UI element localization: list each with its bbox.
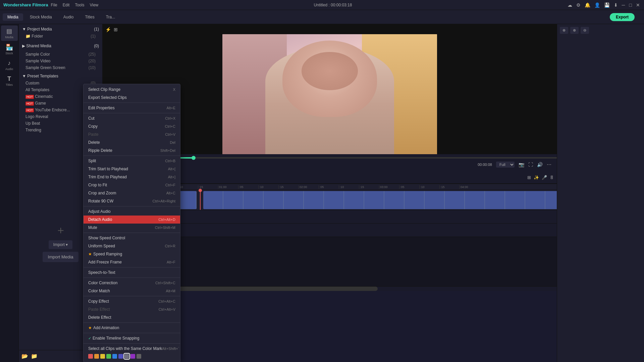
ruler-mark: :05 xyxy=(238,185,258,189)
cm-paste-effect[interactable]: Paste Effect Ctrl+Alt+V xyxy=(84,305,180,313)
cm-sep7 xyxy=(84,278,180,278)
import-button[interactable]: Import ▾ xyxy=(49,240,72,249)
zoom-in-button[interactable]: ⊕ xyxy=(570,27,579,34)
cm-select-clip-range[interactable]: Select Clip Range X xyxy=(84,85,180,94)
cm-uniform-speed[interactable]: Uniform Speed Ctrl+R xyxy=(84,242,180,250)
swatch-orange[interactable] xyxy=(94,354,99,359)
zoom-select[interactable]: Full 75% 50% 25% xyxy=(496,162,515,168)
folder-icon[interactable]: 📁 xyxy=(31,353,38,359)
cm-adjust-audio[interactable]: Adjust Audio xyxy=(84,207,180,216)
cm-speech-to-text[interactable]: Speech-to-Text xyxy=(84,268,180,277)
cm-select-clip-range-label: Select Clip Range xyxy=(88,87,120,92)
sample-video-item[interactable]: Sample Video (20) xyxy=(19,58,102,64)
notification-icon[interactable]: 🔔 xyxy=(585,2,590,8)
export-button[interactable]: Export xyxy=(610,13,635,21)
zoom-out-button[interactable]: ⊖ xyxy=(581,27,589,34)
titles-icon: T xyxy=(7,75,11,82)
cm-ripple-delete[interactable]: Ripple Delete Shift+Del xyxy=(84,146,180,155)
more-options-icon[interactable]: ⋯ xyxy=(547,162,551,167)
playhead[interactable] xyxy=(200,190,201,210)
maximize-button[interactable]: □ xyxy=(629,2,632,8)
cm-rotate-90[interactable]: Rotate 90 CW Ctrl+Alt+Right xyxy=(84,197,180,205)
add-track-button[interactable]: ⊞ xyxy=(527,175,531,180)
mic-button[interactable]: 🎤 xyxy=(542,175,547,180)
cm-crop-to-fit[interactable]: Crop to Fit Ctrl+F xyxy=(84,181,180,189)
cm-split[interactable]: Split Ctrl+B xyxy=(84,157,180,165)
fullscreen-icon[interactable]: ⛶ xyxy=(528,162,533,167)
download-icon[interactable]: ⬇ xyxy=(614,2,618,8)
nav-stock[interactable]: 🏪 Stock xyxy=(1,42,18,57)
save-icon[interactable]: 💾 xyxy=(604,2,610,8)
volume-icon[interactable]: 🔊 xyxy=(537,162,543,167)
cm-edit-properties[interactable]: Edit Properties Alt+E xyxy=(84,104,180,112)
menu-tools[interactable]: Tools xyxy=(75,3,84,7)
cm-add-freeze-frame[interactable]: Add Freeze Frame Alt+F xyxy=(84,258,180,266)
menu-file[interactable]: File xyxy=(51,3,57,7)
swatch-dark-gray[interactable] xyxy=(137,354,141,359)
ruler-mark: :05 xyxy=(319,185,339,189)
nav-audio[interactable]: ♪ Audio xyxy=(1,58,18,73)
settings-icon[interactable]: ⚙ xyxy=(576,2,581,8)
tab-media[interactable]: Media xyxy=(3,13,23,21)
cm-color-match[interactable]: Color Match Alt+M xyxy=(84,287,180,295)
ai-button[interactable]: ✨ xyxy=(534,175,539,180)
main-video-clip[interactable] xyxy=(203,191,557,209)
cm-show-speed-control[interactable]: Show Speed Control xyxy=(84,234,180,242)
cm-delete-effect[interactable]: Delete Effect xyxy=(84,313,180,321)
swatch-yellow[interactable] xyxy=(100,354,105,359)
menu-view[interactable]: View xyxy=(90,3,98,7)
cm-mute[interactable]: Mute Ctrl+Shift+M xyxy=(84,224,180,232)
tab-stock-media[interactable]: Stock Media xyxy=(25,13,57,21)
cm-color-correction[interactable]: Color Correction Ctrl+Shift+C xyxy=(84,279,180,287)
add-folder-icon[interactable]: 📂 xyxy=(21,353,28,359)
plus-icon: ＋ xyxy=(55,223,66,238)
swatch-gray[interactable] xyxy=(124,354,129,359)
scrubber-thumb[interactable] xyxy=(192,156,196,160)
tab-titles[interactable]: Titles xyxy=(80,13,99,21)
swatch-red[interactable] xyxy=(88,354,93,359)
tab-transitions[interactable]: Tra... xyxy=(101,13,120,21)
account-icon[interactable]: 👤 xyxy=(594,2,600,8)
section-shared-media[interactable]: ▶ Shared Media (0) xyxy=(19,42,102,50)
section-preset-templates[interactable]: ▼ Preset Templates xyxy=(19,72,102,80)
grid-icon[interactable]: ⊞ xyxy=(114,27,118,32)
minimize-button[interactable]: ─ xyxy=(622,2,625,8)
swatch-blue[interactable] xyxy=(112,354,117,359)
menu-edit[interactable]: Edit xyxy=(63,3,70,7)
nav-media[interactable]: ▤ Media xyxy=(1,25,18,41)
cm-select-same-color[interactable]: Select all Clips with the Same Color Mar… xyxy=(84,345,180,353)
cm-copy-effect[interactable]: Copy Effect Ctrl+Alt+C xyxy=(84,297,180,305)
cm-export-selected[interactable]: Export Selected Clips xyxy=(84,94,180,102)
audio-mix-button[interactable]: 🎚 xyxy=(550,175,554,180)
tracks-area[interactable]: 00:00:00:00 :05 :10 :15 01:00 :05 :10 :1… xyxy=(136,184,557,286)
folder-item[interactable]: 📁 Folder (1) xyxy=(19,33,102,40)
swatch-purple[interactable] xyxy=(130,354,135,359)
cloud-icon[interactable]: ☁ xyxy=(568,2,572,8)
cm-add-animation[interactable]: ★Add Animation xyxy=(84,324,180,332)
cm-copy[interactable]: Copy Ctrl+C xyxy=(84,122,180,130)
cm-detach-audio[interactable]: Detach Audio Ctrl+Alt+D xyxy=(84,216,180,224)
swatch-green[interactable] xyxy=(106,354,111,359)
cm-enable-snapping[interactable]: ✓Enable Timeline Snapping xyxy=(84,334,180,342)
cm-split-label: Split xyxy=(88,159,96,163)
filter-icon[interactable]: ⚡ xyxy=(105,27,111,32)
cm-trim-end[interactable]: Trim End to Playhead Alt+] xyxy=(84,173,180,181)
sample-color-item[interactable]: Sample Color (25) xyxy=(19,51,102,58)
cm-trim-start[interactable]: Trim Start to Playhead Alt+[ xyxy=(84,165,180,173)
swatch-indigo[interactable] xyxy=(118,354,123,359)
cm-delete[interactable]: Delete Del xyxy=(84,138,180,146)
cm-sep3 xyxy=(84,156,180,156)
cm-paste[interactable]: Paste Ctrl+V xyxy=(84,130,180,138)
cm-crop-and-zoom[interactable]: Crop and Zoom Alt+C xyxy=(84,189,180,197)
cm-speed-ramping[interactable]: ★Speed Ramping xyxy=(84,250,180,258)
import-media-button[interactable]: Import Media xyxy=(43,252,79,262)
add-button[interactable]: ⊕ xyxy=(560,27,568,34)
close-button[interactable]: ✕ xyxy=(636,2,640,8)
section-project-media[interactable]: ▼ Project Media (1) xyxy=(19,25,102,33)
cm-cut[interactable]: Cut Ctrl+X xyxy=(84,114,180,122)
tab-audio[interactable]: Audio xyxy=(59,13,78,21)
cm-sep9 xyxy=(84,322,180,323)
snapshot-icon[interactable]: 📷 xyxy=(519,162,524,167)
nav-titles[interactable]: T Titles xyxy=(1,73,18,88)
sample-green-screen-item[interactable]: Sample Green Screen (10) xyxy=(19,64,102,71)
